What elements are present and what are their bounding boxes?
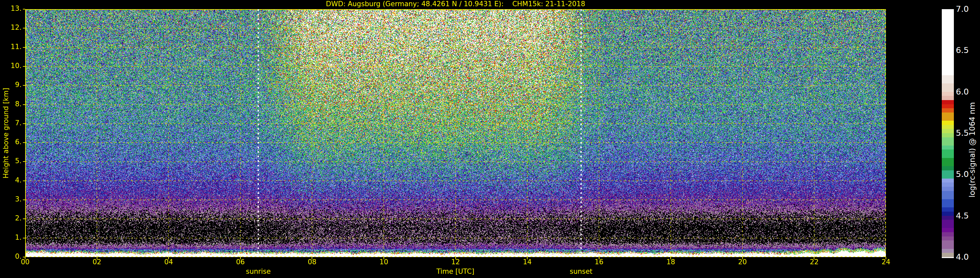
y-tick-label: 7.: [1, 119, 22, 127]
x-axis-label: Time [UTC]: [436, 268, 474, 275]
x-tick-mark: [97, 257, 97, 259]
colorbar-band: [942, 158, 954, 166]
y-tick-label: 9.: [1, 81, 22, 89]
x-tick-mark: [670, 257, 671, 259]
colorbar-tick-label: 6.5: [956, 45, 969, 55]
x-tick-mark: [455, 257, 456, 259]
colorbar-band: [942, 145, 954, 150]
y-tick-mark: [23, 238, 25, 238]
sunset-annotation: sunset: [570, 268, 593, 275]
colorbar-band: [942, 133, 954, 137]
colorbar-band: [942, 191, 954, 199]
colorbar-band: [942, 129, 954, 133]
x-tick-mark: [742, 257, 743, 259]
x-tick-mark: [168, 257, 169, 259]
colorbar-band: [942, 108, 954, 112]
y-tick-label: 2.: [1, 214, 22, 222]
colorbar-tick-label: 5.5: [956, 128, 969, 138]
y-tick-label: 11.: [1, 43, 22, 51]
colorbar-band: [942, 112, 954, 121]
x-tick-mark: [383, 257, 384, 259]
colorbar-band: [942, 249, 954, 253]
y-tick-mark: [23, 142, 25, 143]
colorbar-band: [942, 212, 954, 216]
colorbar-band: [942, 170, 954, 179]
y-tick-mark: [23, 219, 25, 219]
colorbar-band: [942, 137, 954, 145]
y-tick-label: 13.: [1, 5, 22, 13]
y-tick-mark: [23, 200, 25, 200]
y-tick-label: 5.: [1, 157, 22, 165]
colorbar-tick-label: 4.5: [956, 211, 969, 220]
colorbar-tick-label: 4.0: [956, 252, 969, 262]
colorbar-band: [942, 125, 954, 129]
y-tick-mark: [23, 104, 25, 105]
colorbar-band: [942, 240, 954, 249]
x-tick-mark: [814, 257, 815, 259]
y-tick-mark: [23, 66, 25, 67]
x-tick-mark: [886, 257, 886, 259]
colorbar-band: [942, 207, 954, 212]
y-tick-mark: [23, 123, 25, 124]
colorbar-band: [942, 104, 954, 109]
plot-title: DWD: Augsburg (Germany; 48.4261 N / 10.9…: [25, 0, 886, 8]
x-tick-mark: [527, 257, 528, 259]
colorbar-band: [942, 236, 954, 241]
y-tick-label: 12.: [1, 24, 22, 31]
colorbar-band: [942, 166, 954, 170]
y-tick-label: 0.: [1, 252, 22, 260]
colorbar-band: [942, 9, 954, 75]
colorbar-band: [942, 83, 954, 91]
colorbar-band: [942, 253, 954, 257]
colorbar-band: [942, 75, 954, 83]
y-tick-label: 8.: [1, 100, 22, 108]
colorbar-band: [942, 232, 954, 236]
x-tick-mark: [25, 257, 25, 259]
y-tick-mark: [23, 9, 25, 10]
x-tick-mark: [240, 257, 241, 259]
y-tick-mark: [23, 161, 25, 162]
colorbar: [942, 9, 954, 258]
colorbar-band: [942, 100, 954, 104]
colorbar-band: [942, 149, 954, 158]
figure-root: DWD: Augsburg (Germany; 48.4261 N / 10.9…: [0, 0, 980, 278]
colorbar-band: [942, 92, 954, 96]
y-tick-label: 6.: [1, 138, 22, 146]
colorbar-tick-label: 6.0: [956, 87, 969, 96]
sunrise-annotation: sunrise: [246, 268, 271, 275]
y-tick-label: 1.: [1, 233, 22, 241]
colorbar-band: [942, 96, 954, 100]
colorbar-band: [942, 182, 954, 187]
y-tick-label: 3.: [1, 195, 22, 203]
y-tick-mark: [23, 47, 25, 48]
y-tick-mark: [23, 28, 25, 29]
y-tick-label: 10.: [1, 62, 22, 70]
y-tick-label: 4.: [1, 176, 22, 184]
y-tick-mark: [23, 181, 25, 181]
heatmap-canvas: [25, 9, 886, 257]
colorbar-label: log(rc-signal) @ 1064 nm: [968, 102, 977, 197]
colorbar-band: [942, 220, 954, 228]
colorbar-band: [942, 179, 954, 183]
colorbar-band: [942, 216, 954, 220]
colorbar-band: [942, 199, 954, 207]
y-tick-mark: [23, 85, 25, 86]
x-tick-mark: [312, 257, 312, 259]
colorbar-band: [942, 187, 954, 191]
colorbar-band: [942, 228, 954, 232]
colorbar-tick-label: 7.0: [956, 4, 969, 14]
x-tick-mark: [599, 257, 600, 259]
colorbar-tick-label: 5.0: [956, 169, 969, 179]
colorbar-band: [942, 121, 954, 125]
